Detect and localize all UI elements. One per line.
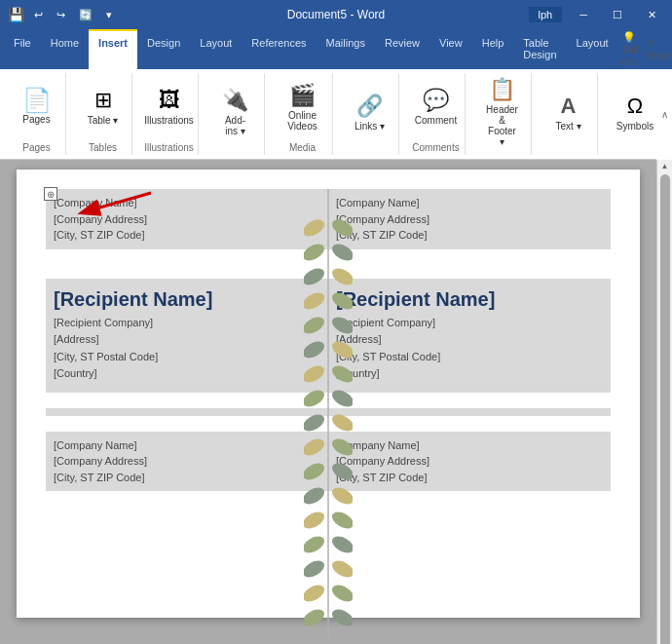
customize-btn[interactable]: ▾ bbox=[102, 7, 116, 23]
ribbon-group-header-footer: 📋 Header &Footer ▾ bbox=[473, 73, 532, 155]
table-button[interactable]: ⊞ Table ▾ bbox=[82, 84, 125, 130]
ribbon-group-addins: 🔌 Add-ins ▾ bbox=[206, 73, 265, 155]
right-city-state-2: [City, ST ZIP Code] bbox=[336, 470, 603, 486]
ribbon-group-links: 🔗 Links ▾ bbox=[341, 73, 399, 155]
document-main: ⊕ bbox=[0, 160, 656, 644]
tab-references[interactable]: References bbox=[242, 29, 316, 69]
text-icon: A bbox=[561, 94, 577, 119]
tab-home[interactable]: Home bbox=[41, 29, 89, 69]
tab-help[interactable]: Help bbox=[472, 29, 514, 69]
addins-group-items: 🔌 Add-ins ▾ bbox=[214, 73, 257, 151]
ribbon-tabs: File Home Insert Design Layout Reference… bbox=[0, 29, 672, 69]
right-company-address-2: [Company Address] bbox=[336, 453, 603, 470]
left-address: [Address] bbox=[54, 331, 320, 349]
ribbon-group-comments: 💬 Comment Comments bbox=[407, 73, 466, 155]
table-label: Table ▾ bbox=[88, 115, 119, 126]
svg-point-27 bbox=[304, 509, 327, 532]
left-city-state: [City, ST ZIP Code] bbox=[54, 227, 320, 244]
illustrations-icon: 🖼 bbox=[159, 88, 180, 113]
search-icon[interactable]: lph bbox=[529, 7, 563, 22]
minimize-btn[interactable]: ─ bbox=[572, 7, 595, 22]
left-company-name-2: [Company Name] bbox=[54, 437, 320, 454]
svg-point-22 bbox=[329, 436, 353, 459]
illustrations-label: Illustrations bbox=[144, 115, 194, 126]
leaf-decoration bbox=[304, 189, 353, 641]
symbols-group-items: Ω Symbols bbox=[611, 73, 659, 151]
svg-point-18 bbox=[329, 387, 353, 410]
symbols-icon: Ω bbox=[627, 94, 643, 119]
close-btn[interactable]: ✕ bbox=[640, 7, 664, 23]
maximize-btn[interactable]: ☐ bbox=[605, 7, 630, 23]
svg-point-5 bbox=[304, 241, 327, 264]
pages-label: Pages bbox=[22, 114, 50, 125]
svg-point-15 bbox=[304, 362, 327, 386]
ribbon-content-area: 📄 Pages Pages ⊞ Table ▾ Tables bbox=[0, 69, 672, 160]
addins-button[interactable]: 🔌 Add-ins ▾ bbox=[214, 84, 257, 140]
tab-review[interactable]: Review bbox=[375, 29, 429, 69]
tab-file[interactable]: File bbox=[4, 29, 41, 69]
pages-button[interactable]: 📄 Pages bbox=[16, 85, 58, 129]
tab-mailings[interactable]: Mailings bbox=[317, 29, 375, 69]
tables-group-label: Tables bbox=[89, 140, 117, 155]
pages-icon: 📄 bbox=[22, 89, 52, 112]
header-footer-button[interactable]: 📋 Header &Footer ▾ bbox=[480, 73, 524, 151]
text-button[interactable]: A Text ▾ bbox=[547, 90, 590, 135]
table-move-handle[interactable]: ⊕ bbox=[44, 187, 57, 201]
right-company-address: [Company Address] bbox=[336, 211, 603, 228]
links-icon: 🔗 bbox=[356, 94, 383, 119]
scroll-thumb-v[interactable] bbox=[660, 174, 670, 644]
left-recipient-cell[interactable]: [Recipient Name] [Recipient Company] [Ad… bbox=[46, 279, 328, 393]
tab-layout[interactable]: Layout bbox=[190, 29, 242, 69]
left-recipient-company: [Recipient Company] bbox=[54, 315, 320, 332]
tab-insert[interactable]: Insert bbox=[89, 29, 137, 69]
right-address: [Address] bbox=[336, 331, 603, 349]
redo-btn[interactable]: ↪ bbox=[53, 7, 69, 23]
comment-button[interactable]: 💬 Comment bbox=[409, 84, 463, 130]
tell-me-icon[interactable]: 💡 Tell me bbox=[618, 29, 643, 69]
left-company-bottom[interactable]: [Company Name] [Company Address] [City, … bbox=[46, 432, 328, 492]
ribbon-group-media: 🎬 Online Videos Media bbox=[273, 73, 333, 155]
left-country: [Country] bbox=[54, 365, 320, 383]
svg-point-35 bbox=[304, 606, 327, 629]
gap-left bbox=[46, 393, 328, 408]
illustrations-button[interactable]: 🖼 Illustrations bbox=[138, 84, 200, 130]
svg-line-1 bbox=[83, 193, 151, 212]
undo-btn[interactable]: ↩ bbox=[30, 7, 47, 23]
symbols-button[interactable]: Ω Symbols bbox=[611, 90, 659, 135]
right-recipient-cell[interactable]: [Recipient Name] [Recipient Company] [Ad… bbox=[328, 279, 611, 393]
online-videos-button[interactable]: 🎬 Online Videos bbox=[280, 79, 324, 135]
ribbon-group-tables: ⊞ Table ▾ Tables bbox=[74, 73, 132, 155]
media-group-label: Media bbox=[289, 140, 316, 155]
share-btn[interactable]: ↗ Share bbox=[642, 35, 672, 63]
right-company-bottom[interactable]: [Company Name] [Company Address] [City, … bbox=[328, 432, 611, 492]
svg-point-4 bbox=[329, 216, 353, 240]
online-videos-icon: 🎬 bbox=[289, 83, 316, 108]
word-icon: 💾 bbox=[8, 7, 24, 22]
tab-table-design[interactable]: Table Design bbox=[513, 29, 566, 69]
links-button[interactable]: 🔗 Links ▾ bbox=[349, 90, 392, 135]
svg-point-17 bbox=[304, 387, 327, 410]
pages-group-items: 📄 Pages bbox=[16, 73, 58, 140]
window-title: Document5 - Word bbox=[287, 8, 385, 21]
ribbon-content: 📄 Pages Pages ⊞ Table ▾ Tables bbox=[0, 69, 672, 160]
right-company-top[interactable]: [Company Name] [Company Address] [City, … bbox=[328, 189, 611, 249]
svg-point-10 bbox=[329, 289, 353, 313]
tab-table-layout[interactable]: Layout bbox=[567, 29, 618, 69]
ribbon-group-pages: 📄 Pages Pages bbox=[8, 73, 66, 155]
media-group-items: 🎬 Online Videos bbox=[280, 73, 324, 140]
vertical-scrollbar[interactable]: ▲ ▼ bbox=[656, 160, 672, 644]
svg-point-9 bbox=[304, 289, 327, 313]
right-recipient-details: [Recipient Company] [Address] [City, ST … bbox=[336, 315, 603, 383]
tables-group-items: ⊞ Table ▾ bbox=[82, 73, 125, 140]
scroll-up-btn[interactable]: ▲ bbox=[659, 160, 671, 172]
ribbon-collapse-btn[interactable]: ∧ bbox=[656, 69, 672, 160]
svg-point-31 bbox=[304, 557, 327, 581]
table-icon: ⊞ bbox=[94, 88, 112, 113]
links-group-items: 🔗 Links ▾ bbox=[349, 73, 392, 151]
tab-view[interactable]: View bbox=[429, 29, 472, 69]
tab-design[interactable]: Design bbox=[137, 29, 190, 69]
quicksave-btn[interactable]: 🔄 bbox=[75, 7, 96, 23]
title-bar-right: lph ─ ☐ ✕ bbox=[529, 7, 664, 23]
svg-point-6 bbox=[329, 241, 353, 264]
online-videos-label: Online Videos bbox=[286, 110, 318, 132]
